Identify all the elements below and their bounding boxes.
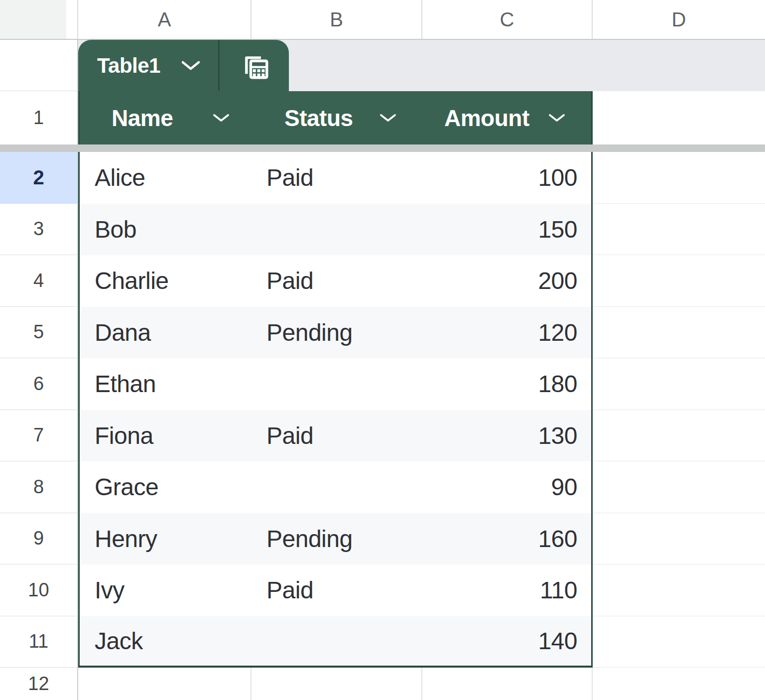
cell-amount[interactable]: 140 <box>422 616 591 666</box>
cell-name[interactable]: Dana <box>80 307 252 359</box>
cell-amount[interactable]: 90 <box>422 461 591 513</box>
cell-amount[interactable]: 110 <box>422 564 591 616</box>
column-header-strip: A B C D <box>0 0 765 40</box>
cell-d12[interactable] <box>593 668 765 700</box>
cell-d[interactable] <box>593 152 765 204</box>
row-header-2[interactable]: 2 <box>0 152 78 204</box>
cell-amount[interactable]: 130 <box>422 410 591 462</box>
cell-name[interactable]: Alice <box>80 152 252 204</box>
cell-name[interactable]: Fiona <box>80 410 252 462</box>
cell-d[interactable] <box>593 513 765 565</box>
cell-status[interactable]: Paid <box>252 255 422 307</box>
header-row: 1 Name Status Amount <box>0 91 765 144</box>
cell-d[interactable] <box>593 307 765 359</box>
row-header-3[interactable]: 3 <box>0 204 78 256</box>
cell-name[interactable]: Ivy <box>80 564 252 616</box>
column-label-name: Name <box>112 105 173 132</box>
cell-name[interactable]: Jack <box>80 616 252 666</box>
table-chip-band: Table1 <box>0 40 765 91</box>
cell-name[interactable]: Henry <box>80 513 252 565</box>
table-row: 5 Dana Pending 120 <box>0 307 765 359</box>
row-header-9[interactable]: 9 <box>0 513 78 565</box>
cell-status[interactable] <box>252 461 422 513</box>
cell-amount[interactable]: 120 <box>422 307 591 359</box>
cell-name[interactable]: Bob <box>80 204 252 256</box>
column-label-amount: Amount <box>444 105 529 132</box>
row-header-1[interactable]: 1 <box>0 91 78 144</box>
cell-status[interactable] <box>252 358 422 410</box>
table-row-cells: Ethan 180 <box>78 358 593 410</box>
cell-status[interactable]: Paid <box>252 152 422 204</box>
cell-amount[interactable]: 100 <box>422 152 591 204</box>
table-column-header-amount[interactable]: Amount <box>422 91 591 144</box>
cell-status[interactable] <box>252 616 422 666</box>
cell-status[interactable]: Paid <box>252 410 422 462</box>
column-header-c[interactable]: C <box>422 0 593 39</box>
chip-band-background: Table1 <box>78 40 765 91</box>
table-row: 11 Jack 140 <box>0 616 765 668</box>
frozen-row-divider[interactable] <box>0 144 765 152</box>
table-row-cells: Jack 140 <box>78 616 593 668</box>
table-row-cells: Fiona Paid 130 <box>78 410 593 462</box>
cell-d[interactable] <box>593 616 765 668</box>
cell-b12[interactable] <box>252 668 422 700</box>
cell-status[interactable]: Pending <box>252 513 422 565</box>
table-view-button[interactable] <box>220 40 289 91</box>
table-row: 10 Ivy Paid 110 <box>0 564 765 616</box>
chevron-down-icon[interactable] <box>548 114 565 122</box>
cell-a12[interactable] <box>78 668 252 700</box>
row-header-12[interactable]: 12 <box>0 668 78 700</box>
cell-d[interactable] <box>593 204 765 256</box>
row-header-6[interactable]: 6 <box>0 358 78 410</box>
cell-amount[interactable]: 180 <box>422 358 591 410</box>
table-row-cells: Grace 90 <box>78 461 593 513</box>
row-header-5[interactable]: 5 <box>0 307 78 359</box>
cell-d[interactable] <box>593 461 765 513</box>
table-row-cells: Charlie Paid 200 <box>78 255 593 307</box>
column-header-b[interactable]: B <box>252 0 422 39</box>
cell-amount[interactable]: 200 <box>422 255 591 307</box>
table-row: 9 Henry Pending 160 <box>0 513 765 565</box>
cell-amount[interactable]: 160 <box>422 513 591 565</box>
empty-row: 12 <box>0 668 765 700</box>
table-row-cells: Henry Pending 160 <box>78 513 593 565</box>
column-header-d[interactable]: D <box>593 0 765 39</box>
select-all-corner[interactable] <box>0 0 78 39</box>
row-header-8[interactable]: 8 <box>0 461 78 513</box>
row-header-4[interactable]: 4 <box>0 255 78 307</box>
cell-amount[interactable]: 150 <box>422 204 591 256</box>
row-header-7[interactable]: 7 <box>0 410 78 462</box>
column-header-a[interactable]: A <box>78 0 252 39</box>
table-column-header-status[interactable]: Status <box>252 91 422 144</box>
cell-status[interactable]: Pending <box>252 307 422 359</box>
cell-d[interactable] <box>593 564 765 616</box>
cell-status[interactable]: Paid <box>252 564 422 616</box>
table-row: 4 Charlie Paid 200 <box>0 255 765 307</box>
table-row-cells: Alice Paid 100 <box>78 152 593 204</box>
table-name-menu-button[interactable]: Table1 <box>78 40 218 91</box>
table-row: 3 Bob 150 <box>0 204 765 256</box>
chevron-down-icon[interactable] <box>213 114 230 122</box>
cell-d[interactable] <box>593 255 765 307</box>
cell-d[interactable] <box>593 410 765 462</box>
table-view-icon <box>241 51 268 81</box>
cell-c12[interactable] <box>422 668 593 700</box>
table-body: 2 Alice Paid 100 3 Bob 150 4 Charlie Pai… <box>0 152 765 668</box>
table-row-cells: Dana Pending 120 <box>78 307 593 359</box>
cell-d1[interactable] <box>593 91 765 144</box>
table-row: 2 Alice Paid 100 <box>0 152 765 204</box>
table-column-header-name[interactable]: Name <box>80 91 252 144</box>
cell-d[interactable] <box>593 358 765 410</box>
cell-status[interactable] <box>252 204 422 256</box>
cell-name[interactable]: Charlie <box>80 255 252 307</box>
cell-name[interactable]: Ethan <box>80 358 252 410</box>
row-header-10[interactable]: 10 <box>0 564 78 616</box>
corner-fill <box>0 0 66 39</box>
spreadsheet: A B C D Table1 <box>0 0 765 700</box>
chevron-down-icon[interactable] <box>380 114 396 122</box>
table-row-cells: Ivy Paid 110 <box>78 564 593 616</box>
row-header-11[interactable]: 11 <box>0 616 78 668</box>
row-header-spacer <box>0 40 78 91</box>
cell-name[interactable]: Grace <box>80 461 252 513</box>
table-row-cells: Bob 150 <box>78 204 593 256</box>
